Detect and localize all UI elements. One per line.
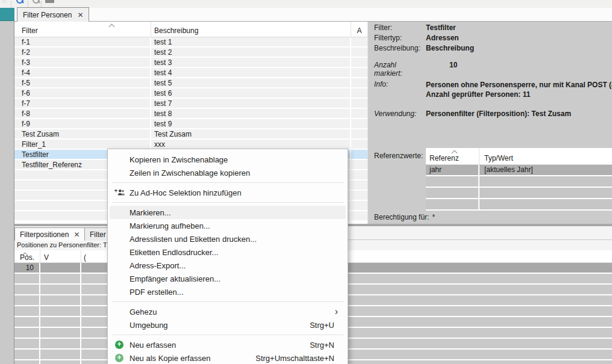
cell-filter: f-7: [14, 99, 151, 109]
field-value-berechtigung: *: [432, 213, 435, 221]
cell-a: [351, 180, 367, 191]
menu-item[interactable]: PDF erstellen...: [110, 285, 346, 298]
cell-pos: [14, 360, 40, 364]
column-header-v[interactable]: V: [40, 250, 81, 262]
menu-item[interactable]: Kopieren in Zwischenablage: [110, 153, 346, 166]
field-label-berechtigung: Berechtigung für:: [374, 213, 429, 221]
menu-item[interactable]: Empfänger aktualisieren...: [110, 272, 346, 285]
table-row[interactable]: [426, 176, 612, 188]
menu-item[interactable]: Gehezu›: [110, 305, 346, 318]
context-menu: Kopieren in ZwischenablageZeilen in Zwis…: [107, 149, 348, 364]
table-row[interactable]: [426, 199, 612, 211]
cell-filter: f-9: [14, 119, 151, 129]
cell-a: [351, 170, 367, 180]
menu-item-label: Adresslisten und Etiketten drucken...: [130, 235, 257, 244]
menu-item-label: Empfänger aktualisieren...: [130, 274, 220, 283]
menu-item-shortcut: Strg+U: [310, 321, 342, 330]
column-header-typ-wert[interactable]: Typ/Wert: [479, 148, 612, 164]
menu-item-shortcut: Strg+Umschalttaste+N: [255, 354, 342, 363]
menu-item-label: Adress-Export...: [130, 261, 186, 270]
tab-label: Filter Personen: [23, 11, 72, 19]
referenzwerte-table-body: jahr[aktuelles Jahr]: [426, 165, 612, 211]
field-label-info: Info:: [374, 80, 426, 99]
table-row[interactable]: f-1test 1: [14, 37, 367, 48]
cell-v: [40, 360, 81, 364]
sidebar-teal-tile[interactable]: [0, 8, 14, 21]
cell-a: [351, 160, 367, 170]
table-row[interactable]: f-7test 7: [14, 99, 367, 109]
table-row[interactable]: f-5test 5: [14, 78, 367, 88]
cell-v: [40, 295, 81, 306]
table-row[interactable]: f-6test 6: [14, 88, 367, 99]
cell-a: [351, 119, 367, 129]
table-row[interactable]: f-3test 3: [14, 58, 367, 68]
cell-a: [351, 191, 367, 201]
close-icon[interactable]: ✕: [77, 11, 83, 19]
menu-item[interactable]: Zu Ad-Hoc Selektion hinzufügen: [110, 186, 346, 199]
cell-a: [351, 88, 367, 99]
menu-item[interactable]: +Neu als Kopie erfassenStrg+Umschalttast…: [110, 351, 346, 364]
cell-pos: [14, 328, 40, 339]
column-header-beschreibung[interactable]: Beschreibung: [151, 22, 351, 37]
cell-filter: Test Zusam: [14, 129, 151, 140]
table-row[interactable]: f-8test 8: [14, 109, 367, 119]
menu-item[interactable]: Adress-Export...: [110, 259, 346, 272]
cell-v: [40, 274, 81, 285]
menu-item-label: Neu als Kopie erfassen: [130, 354, 210, 363]
field-value-info: Personen ohne Personensperre, nur mit Ka…: [426, 80, 612, 99]
document-tabstrip: Filter Personen ✕: [14, 8, 612, 22]
cell-typ-wert: [479, 199, 612, 211]
cell-referenz: [426, 199, 479, 211]
cell-a: [351, 140, 367, 150]
table-row[interactable]: f-4test 4: [14, 68, 367, 78]
menu-item[interactable]: Markieren...: [110, 206, 346, 219]
cell-beschreibung: test 4: [151, 68, 351, 78]
details-panel: Filter: Testfilter Filtertyp: Adressen B…: [367, 22, 612, 224]
menu-item[interactable]: Markierung aufheben...: [110, 219, 346, 232]
column-header-filter[interactable]: Filter: [14, 22, 151, 37]
table-row[interactable]: f-9test 9: [14, 119, 367, 129]
menu-item[interactable]: Adresslisten und Etiketten drucken...: [110, 232, 346, 245]
cell-filter: f-3: [14, 58, 151, 68]
add-icon: +: [113, 341, 126, 349]
cell-filter: f-6: [14, 88, 151, 99]
cell-beschreibung: test 7: [151, 99, 351, 109]
tab-filterpositionen[interactable]: Filterpositionen ✕: [14, 227, 85, 241]
cell-filter: f-5: [14, 78, 151, 88]
table-row[interactable]: f-2test 2: [14, 48, 367, 58]
column-header-a[interactable]: A: [351, 22, 367, 37]
cell-pos: [14, 306, 40, 317]
menu-item[interactable]: +Neu erfassenStrg+N: [110, 338, 346, 351]
cell-pos: [14, 285, 40, 295]
table-row[interactable]: jahr[aktuelles Jahr]: [426, 165, 612, 176]
menu-item-label: Etiketten Endlosdrucker...: [130, 248, 218, 257]
menu-item-label: PDF erstellen...: [130, 288, 184, 297]
add-people-icon: [113, 188, 126, 197]
field-label-filter: Filter:: [374, 23, 426, 32]
menu-item[interactable]: Etiketten Endlosdrucker...: [110, 245, 346, 259]
cell-beschreibung: test 9: [151, 119, 351, 129]
menu-separator: [112, 335, 343, 335]
tab-filter-personen[interactable]: Filter Personen ✕: [17, 7, 89, 22]
cell-filter: f-1: [14, 37, 151, 48]
cell-beschreibung: test 8: [151, 109, 351, 119]
field-value-beschreibung: Beschreibung: [426, 44, 474, 52]
cell-referenz: jahr: [426, 165, 479, 176]
cell-beschreibung: test 2: [151, 48, 351, 58]
cell-pos: [14, 295, 40, 306]
menu-item[interactable]: Zeilen in Zwischenablage kopieren: [110, 166, 346, 179]
close-icon[interactable]: ✕: [73, 230, 80, 239]
table-row[interactable]: Test ZusamTest Zusam: [14, 129, 367, 140]
cell-a: [351, 211, 367, 221]
table-row[interactable]: [426, 188, 612, 199]
field-label-filtertyp: Filtertyp:: [374, 34, 426, 42]
menu-separator: [112, 182, 343, 183]
cell-v: [40, 263, 81, 274]
menu-item-label: Zeilen in Zwischenablage kopieren: [130, 168, 250, 177]
add-copy-icon: +: [113, 354, 126, 362]
cell-v: [40, 285, 81, 295]
menu-separator: [112, 301, 343, 302]
cell-typ-wert: [479, 176, 612, 188]
cell-filter: f-8: [14, 109, 151, 119]
menu-item[interactable]: UmgebungStrg+U: [110, 318, 346, 332]
